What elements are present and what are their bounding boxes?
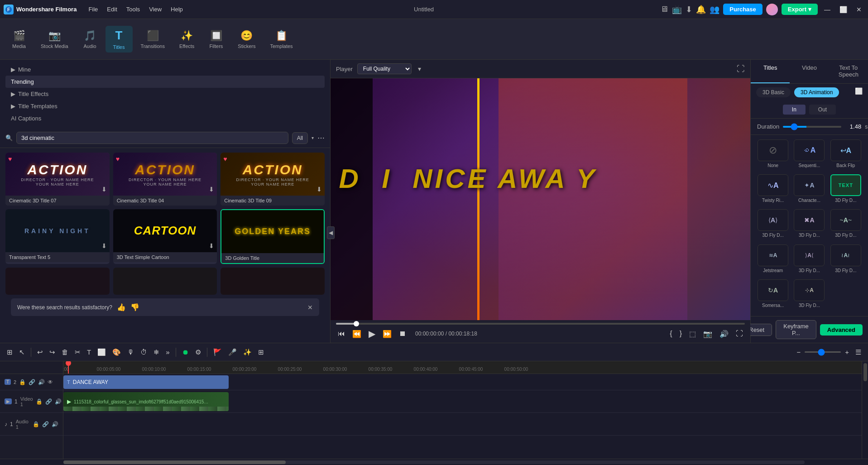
tl-undo-button[interactable]: ↩: [35, 347, 45, 357]
fit-button[interactable]: ⬚: [687, 329, 698, 339]
snapshot-button[interactable]: 📷: [701, 329, 714, 339]
tl-text-button[interactable]: T: [85, 347, 93, 357]
export-button[interactable]: Export ▾: [782, 4, 818, 15]
anim-3d-fly-d6[interactable]: ≀A≀ 3D Fly D...: [829, 244, 863, 277]
tl-grid-button[interactable]: ⊞: [256, 347, 266, 357]
tl-freeze-button[interactable]: ❄: [151, 347, 162, 357]
tl-ai-button[interactable]: ✨: [241, 347, 254, 357]
tool-audio[interactable]: 🎵 Audio: [77, 27, 104, 52]
menu-help[interactable]: Help: [166, 4, 187, 14]
grid-item-more2[interactable]: [113, 268, 217, 295]
anim-somersa[interactable]: ↻A Somersa...: [756, 279, 790, 312]
thumbs-up-button[interactable]: 👍: [117, 303, 126, 312]
tl-delete-button[interactable]: 🗑: [59, 347, 71, 357]
tl-marker-button[interactable]: 🚩: [211, 347, 224, 357]
tool-transitions[interactable]: ⬛ Transitions: [134, 27, 171, 52]
nav-ai-captions[interactable]: AI Captions: [5, 112, 325, 125]
zoom-out-button[interactable]: −: [794, 347, 803, 357]
tool-titles[interactable]: T Titles: [106, 26, 133, 53]
tl-speed-button[interactable]: ⏱: [138, 347, 149, 357]
step-forward-button[interactable]: ⏩: [381, 329, 393, 339]
duration-slider[interactable]: [783, 126, 841, 128]
anim-character[interactable]: ✦A Characte...: [792, 174, 826, 206]
skip-back-button[interactable]: ⏮: [336, 329, 347, 339]
subtab-3d-basic[interactable]: 3D Basic: [756, 87, 791, 97]
timeline-scrollbar[interactable]: [862, 361, 868, 459]
advanced-button[interactable]: Advanced: [820, 324, 863, 336]
grid-item-c3d09[interactable]: ♥ ACTION DIRECTOR · YOUR NAME HEREYOUR N…: [221, 153, 325, 206]
volume-button[interactable]: 🔊: [718, 329, 730, 339]
zoom-in-button[interactable]: +: [843, 347, 851, 357]
tl-cut-button[interactable]: ✂: [72, 347, 83, 357]
timeline-h-scrollbar[interactable]: [0, 459, 868, 465]
anim-none[interactable]: ⊘ None: [756, 139, 790, 172]
anim-3d-fly-d7[interactable]: ⊹A 3D Fly D...: [792, 279, 826, 312]
grid-item-more3[interactable]: [221, 268, 325, 295]
search-input[interactable]: [16, 132, 288, 144]
anim-twisty[interactable]: ∿A Twisty Ri...: [756, 174, 790, 206]
quality-select[interactable]: Full Quality Half Quality Quarter Qualit…: [357, 63, 412, 74]
tab-out[interactable]: Out: [809, 105, 836, 115]
anim-3d-fly-d2[interactable]: ⟨A⟩ 3D Fly D...: [756, 209, 790, 241]
maximize-button[interactable]: ⬜: [837, 5, 850, 14]
tl-redo-button[interactable]: ↪: [47, 347, 58, 357]
tl-settings-button[interactable]: ⚙: [193, 347, 203, 357]
fullscreen-icon[interactable]: ⛶: [737, 64, 745, 74]
tool-stickers[interactable]: 😊 Stickers: [231, 27, 262, 52]
subtab-3d-animation[interactable]: 3D Animation: [794, 87, 839, 97]
menu-file[interactable]: File: [84, 4, 102, 14]
grid-item-c3d07[interactable]: ♥ ACTION DIRECTOR · YOUR NAME HEREYOUR N…: [5, 153, 110, 206]
anim-3d-fly-d4[interactable]: ~A~ 3D Fly D...: [829, 209, 863, 241]
tl-list-button[interactable]: ☰: [853, 347, 863, 357]
stop-button[interactable]: ⏹: [397, 329, 408, 339]
keyframe-button[interactable]: Keyframe P...: [776, 320, 816, 339]
anim-3d-fly-d3[interactable]: ✖A 3D Fly D...: [792, 209, 826, 241]
tl-select-button[interactable]: ↖: [17, 347, 27, 357]
step-back-button[interactable]: ⏪: [350, 329, 363, 339]
nav-trending[interactable]: Trending: [5, 76, 325, 88]
thumbs-down-button[interactable]: 👎: [130, 303, 139, 312]
anim-back-flip[interactable]: ↩A Back Flip: [829, 139, 863, 172]
scrollbar-thumb[interactable]: [863, 363, 867, 381]
tool-media[interactable]: 🎬 Media: [5, 27, 33, 52]
tl-color-button[interactable]: 🎨: [110, 347, 123, 357]
tab-text-to-speech[interactable]: Text To Speech: [829, 60, 868, 83]
tl-more-button[interactable]: »: [163, 347, 172, 357]
tab-titles[interactable]: Titles: [751, 60, 790, 83]
tool-filters[interactable]: 🔲 Filters: [202, 27, 230, 52]
close-button[interactable]: ✕: [854, 5, 864, 14]
grid-item-c3d04[interactable]: ♥ ACTION DIRECTOR · YOUR NAME HEREYOUR N…: [113, 153, 217, 206]
zoom-slider[interactable]: [805, 351, 841, 353]
purchase-button[interactable]: Purchase: [723, 4, 762, 15]
menu-tools[interactable]: Tools: [122, 4, 144, 14]
menu-view[interactable]: View: [144, 4, 166, 14]
tool-templates[interactable]: 📋 Templates: [264, 27, 299, 52]
title-clip[interactable]: T DANCE AWAY: [63, 375, 229, 389]
anim-3d-fly-d5[interactable]: ⟩A⟨ 3D Fly D...: [792, 244, 826, 277]
grid-item-more1[interactable]: [5, 268, 110, 295]
play-button[interactable]: ▶: [367, 327, 377, 340]
grid-item-golden[interactable]: GOLDEN YEARS 3D Golden Title: [221, 209, 325, 264]
tl-voiceover-button[interactable]: 🎙: [125, 347, 136, 357]
video-clip[interactable]: ▶ 1115318_colorful_glasses_sun_imdoft627…: [63, 392, 229, 411]
tool-stock-media[interactable]: 📷 Stock Media: [34, 27, 75, 52]
nav-title-templates[interactable]: ▶ Title Templates: [5, 100, 325, 112]
minimize-button[interactable]: —: [821, 5, 833, 14]
fullscreen-ctrl-button[interactable]: ⛶: [734, 329, 745, 339]
grid-item-trans5[interactable]: RAINY NIGHT ⬇ Transparent Text 5: [5, 209, 110, 264]
anim-jetstream[interactable]: ≋A Jetstream: [756, 244, 790, 277]
tl-crop-button[interactable]: ⬜: [95, 347, 108, 357]
filter-button[interactable]: All: [292, 132, 308, 144]
out-point-button[interactable]: }: [678, 329, 684, 339]
grid-item-cartoon[interactable]: CARTOON ⬇ 3D Text Simple Cartoon: [113, 209, 217, 264]
anim-3d-fly-d1[interactable]: TEXT 3D Fly D...: [829, 174, 863, 206]
tl-record-button[interactable]: ⏺: [180, 347, 191, 357]
progress-bar[interactable]: [336, 323, 745, 325]
more-button[interactable]: ⋯: [317, 134, 325, 142]
tl-record2-button[interactable]: 🎤: [226, 347, 239, 357]
in-point-button[interactable]: {: [668, 329, 674, 339]
tab-video[interactable]: Video: [790, 60, 829, 83]
tab-in[interactable]: In: [783, 105, 806, 115]
menu-edit[interactable]: Edit: [102, 4, 121, 14]
nav-title-effects[interactable]: ▶ Title Effects: [5, 88, 325, 100]
